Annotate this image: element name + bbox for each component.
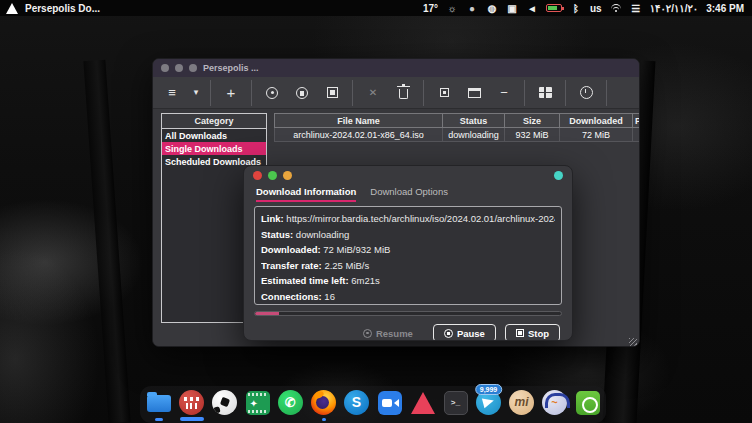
resize-grip[interactable] <box>629 338 637 346</box>
notification-badge: 9,999 <box>475 384 503 395</box>
info-connections: Connections: 16 <box>261 289 555 305</box>
column-header-size[interactable]: Size <box>505 114 560 128</box>
resume-icon[interactable] <box>259 81 285 105</box>
dock-item-files[interactable] <box>145 390 173 420</box>
clock-label[interactable]: 3:46 PM <box>706 3 744 14</box>
download-info-box: Link: https://mirror.bardia.tech/archlin… <box>254 206 562 305</box>
dock-item-arch[interactable] <box>409 390 437 420</box>
stop-button[interactable]: Stop <box>505 324 560 341</box>
add-download-icon[interactable]: + <box>218 81 244 105</box>
remove-icon[interactable]: ✕ <box>360 81 386 105</box>
circle-status-icon[interactable]: ● <box>466 2 478 14</box>
tab-download-information[interactable]: Download Information <box>256 186 356 202</box>
info-downloaded: Downloaded: 72 MiB/932 MiB <box>261 242 555 258</box>
pause-icon <box>444 329 453 338</box>
battery-icon[interactable] <box>546 4 562 12</box>
dock-item-terminal[interactable]: >_ <box>442 390 470 420</box>
running-indicator <box>155 418 163 421</box>
dock-item-kdenlive[interactable]: ✦ <box>244 390 272 420</box>
cell-size[interactable]: 932 MiB <box>505 128 560 142</box>
toolbar-separator <box>210 80 211 106</box>
column-header-file-name[interactable]: File Name <box>275 114 443 128</box>
bluetooth-icon[interactable]: ᛒ <box>570 2 582 14</box>
dock-item-video-call[interactable] <box>376 390 404 420</box>
toolbar-separator <box>606 80 607 106</box>
dialog-minimize-button[interactable] <box>283 171 292 180</box>
files-icon <box>147 395 171 412</box>
dock-item-audacity[interactable]: ~ <box>541 390 569 420</box>
info-status: Status: downloading <box>261 227 555 243</box>
column-header-progress[interactable]: P <box>633 114 641 128</box>
sidebar-item-single-downloads[interactable]: Single Downloads <box>162 142 266 155</box>
date-label[interactable]: ۱۴۰۲/۱۱/۲۰ <box>650 3 699 14</box>
keyboard-layout-label[interactable]: us <box>590 3 602 14</box>
soccer-icon <box>212 390 237 415</box>
cell-downloaded[interactable]: 72 MiB <box>560 128 633 142</box>
category-header: Category <box>162 114 266 129</box>
dialog-tabs: Download Information Download Options <box>244 184 572 202</box>
whatsapp-icon: ✆ <box>278 390 303 415</box>
column-header-downloaded[interactable]: Downloaded <box>560 114 633 128</box>
box-icon[interactable]: ▣ <box>506 2 518 14</box>
toolbar-separator <box>251 80 252 106</box>
dialog-zoom-button[interactable] <box>268 171 277 180</box>
info-eta: Estimated time left: 6m21s <box>261 273 555 289</box>
dialog-accent-dot-icon[interactable] <box>554 171 563 180</box>
main-window-title: Persepolis ... <box>203 63 259 73</box>
dialog-close-button[interactable] <box>253 171 262 180</box>
main-toolbar: ≡ ▾ + ✕ − <box>153 77 639 109</box>
caret-down-icon[interactable]: ▾ <box>189 81 203 105</box>
dock-item-firefox[interactable] <box>310 390 338 420</box>
menu-icon[interactable]: ≡ <box>159 81 185 105</box>
progress-fill <box>255 312 279 315</box>
dock-item-musescore[interactable]: mi <box>508 390 536 420</box>
dock-item-soccer[interactable] <box>211 390 239 420</box>
tab-download-options[interactable]: Download Options <box>370 186 448 202</box>
firefox-icon <box>311 390 336 415</box>
video-finder-icon[interactable] <box>532 81 558 105</box>
toolbar-separator <box>524 80 525 106</box>
sidebar-item-all-downloads[interactable]: All Downloads <box>162 129 266 142</box>
volume-icon[interactable]: ◄ <box>526 2 538 14</box>
table-row[interactable]: archlinux-2024.02.01-x86_64.iso download… <box>275 128 641 142</box>
temperature-label: 17° <box>423 3 438 14</box>
stop-icon[interactable] <box>319 81 345 105</box>
dock-item-persepolis[interactable] <box>178 390 206 420</box>
toolbar-separator <box>352 80 353 106</box>
schedule-icon[interactable] <box>573 81 599 105</box>
column-header-status[interactable]: Status <box>443 114 505 128</box>
zoom-window-button[interactable] <box>189 64 197 72</box>
info-link: Link: https://mirror.bardia.tech/archlin… <box>261 211 555 227</box>
camera-icon <box>576 391 600 415</box>
resume-button[interactable]: Resume <box>352 324 424 341</box>
wifi-icon[interactable] <box>610 4 622 13</box>
minimize-icon[interactable]: − <box>491 81 517 105</box>
pause-icon[interactable] <box>289 81 315 105</box>
audacity-icon: ~ <box>542 390 567 415</box>
dock-item-whatsapp[interactable]: ✆ <box>277 390 305 420</box>
toolbar-separator <box>565 80 566 106</box>
properties-icon[interactable] <box>431 81 457 105</box>
persepolis-icon <box>179 390 204 415</box>
main-window-titlebar[interactable]: Persepolis ... <box>153 59 639 77</box>
pause-button[interactable]: Pause <box>433 324 496 341</box>
close-window-button[interactable] <box>161 64 169 72</box>
cell-status[interactable]: downloading <box>443 128 505 142</box>
dock-item-camera[interactable] <box>574 390 602 420</box>
minimize-window-button[interactable] <box>175 64 183 72</box>
dialog-titlebar[interactable] <box>244 166 572 184</box>
stage-manager-icon[interactable]: ☰ <box>630 2 642 14</box>
globe-icon[interactable]: ◍ <box>486 2 498 14</box>
trash-icon[interactable] <box>390 81 416 105</box>
apple-menu-arch-logo-icon[interactable] <box>6 3 18 14</box>
active-app-name[interactable]: Persepolis Do... <box>25 3 100 14</box>
musescore-icon: mi <box>509 390 534 415</box>
cell-progress[interactable] <box>633 128 641 142</box>
window-icon[interactable] <box>461 81 487 105</box>
dock-item-skype[interactable]: S <box>343 390 371 420</box>
dock-item-telegram[interactable]: 9,999 <box>475 390 503 420</box>
brightness-icon[interactable]: ☼ <box>446 2 458 14</box>
cell-file-name[interactable]: archlinux-2024.02.01-x86_64.iso <box>275 128 443 142</box>
toolbar-separator <box>423 80 424 106</box>
table-header-row: File Name Status Size Downloaded P <box>275 114 641 128</box>
